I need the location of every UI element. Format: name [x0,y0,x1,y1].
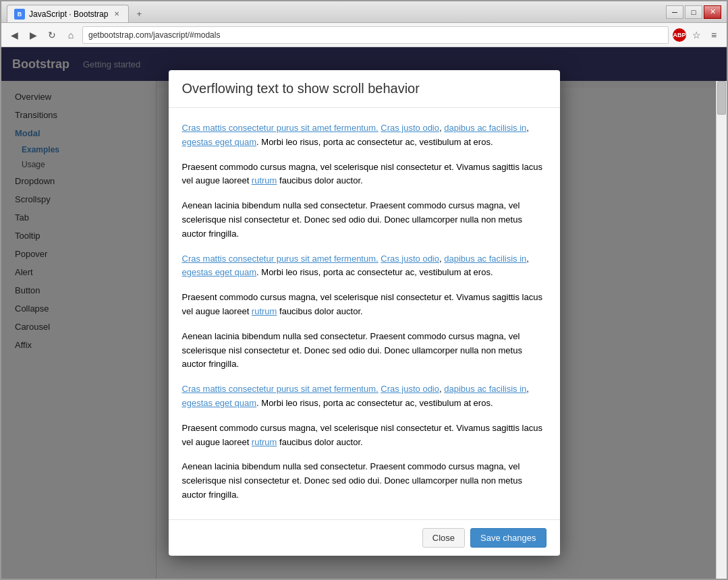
address-input[interactable] [82,26,669,44]
close-button[interactable]: ✕ [704,5,721,19]
modal-paragraph-3: Aenean lacinia bibendum nulla sed consec… [182,199,547,241]
modal-title: Overflowing text to show scroll behavior [182,81,547,96]
modal-overlay: Overflowing text to show scroll behavior… [1,47,727,579]
window-controls: ─ □ ✕ [666,5,721,19]
home-button[interactable]: ⌂ [63,28,78,42]
title-bar: B JavaScript · Bootstrap ✕ + ─ □ ✕ [1,1,727,23]
minimize-button[interactable]: ─ [666,5,683,19]
modal-paragraph-5: Praesent commodo cursus magna, vel scele… [182,291,547,319]
refresh-button[interactable]: ↻ [45,28,59,42]
close-button[interactable]: Close [422,528,465,548]
tab-title: JavaScript · Bootstrap [29,9,108,19]
address-bar: ◀ ▶ ↻ ⌂ ABP ☆ ≡ [1,23,727,47]
modal-header: Overflowing text to show scroll behavior [169,70,560,108]
page-content: Bootstrap Getting started Overview Trans… [1,47,727,579]
modal-paragraph-9: Aenean lacinia bibendum nulla sed consec… [182,460,547,502]
back-button[interactable]: ◀ [7,28,22,42]
tab-favicon: B [14,9,25,20]
forward-button[interactable]: ▶ [26,28,40,42]
modal-paragraph-7: Cras mattis consectetur purus sit amet f… [182,382,547,411]
save-changes-button[interactable]: Save changes [470,528,546,548]
star-icon[interactable]: ☆ [689,28,704,42]
browser-tab[interactable]: B JavaScript · Bootstrap ✕ [7,5,129,22]
tab-close-button[interactable]: ✕ [112,9,121,19]
modal-dialog: Overflowing text to show scroll behavior… [169,70,560,556]
modal-footer: Close Save changes [169,519,560,556]
modal-paragraph-8: Praesent commodo cursus magna, vel scele… [182,422,547,450]
toolbar-icons: ABP ☆ ≡ [673,28,721,42]
new-tab-button[interactable]: + [129,5,149,22]
modal-paragraph-2: Praesent commodo cursus magna, vel scele… [182,161,547,189]
modal-body[interactable]: Cras mattis consectetur purus sit amet f… [169,108,560,519]
modal-paragraph-4: Cras mattis consectetur purus sit amet f… [182,252,547,281]
browser-window: B JavaScript · Bootstrap ✕ + ─ □ ✕ ◀ ▶ ↻… [0,0,728,580]
adblock-icon: ABP [673,28,686,42]
modal-paragraph-1: Cras mattis consectetur purus sit amet f… [182,121,547,150]
scrollbar-thumb[interactable] [717,81,726,115]
page-scrollbar[interactable] [716,81,727,579]
maximize-button[interactable]: □ [685,5,702,19]
modal-paragraph-6: Aenean lacinia bibendum nulla sed consec… [182,330,547,372]
menu-icon[interactable]: ≡ [706,28,721,42]
